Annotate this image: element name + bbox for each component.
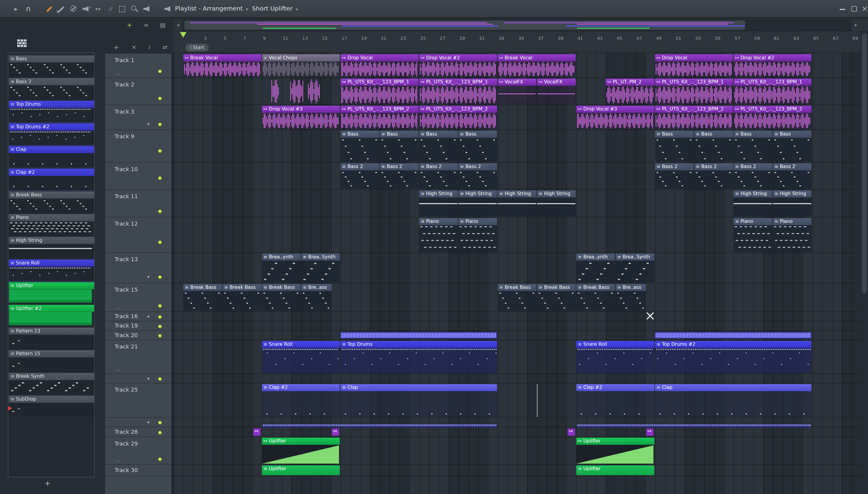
track-name[interactable]: Track 16 — [114, 313, 138, 319]
picker-item-high-string[interactable]: ≡High String — [9, 237, 94, 259]
mute-icon[interactable]: × — [81, 4, 91, 14]
clip-vocal-chops[interactable]: ×Vocal Chops — [262, 54, 340, 77]
track-header[interactable]: ▾ — [105, 418, 171, 427]
clip-drop-vocal[interactable]: ↦Drop Vocal — [340, 54, 418, 77]
breadcrumb-playlist[interactable]: Playlist - Arrangement — [175, 5, 243, 12]
track-led[interactable] — [158, 96, 162, 101]
track-name[interactable]: Track 30 — [114, 467, 138, 473]
collapse-arrow-icon[interactable]: ▾ — [147, 122, 149, 127]
picker-item-snare-roll[interactable]: ≡Snare Roll — [9, 259, 94, 281]
track-name[interactable]: Track 2 — [114, 81, 134, 87]
pattern-picker-icon[interactable] — [17, 39, 28, 48]
clip-strip[interactable] — [340, 332, 497, 339]
clip-strip[interactable] — [655, 332, 811, 339]
clip-chop[interactable] — [271, 79, 280, 104]
slip-icon[interactable]: // — [105, 4, 115, 14]
track-name[interactable]: Track 19 — [114, 323, 138, 329]
clip-vocalfx[interactable]: ↦VocalFX — [537, 79, 576, 104]
track-header-track-21[interactable]: Track 21... — [105, 340, 171, 374]
breadcrumb-arrangement[interactable]: Short Uplifter — [252, 5, 293, 12]
clip-break-vocal[interactable]: ↦Break Vocal — [498, 54, 575, 77]
track-led[interactable] — [158, 69, 162, 74]
clip-break-bass[interactable]: ≡Break Bass — [498, 284, 536, 311]
clip-drop-vocal-3[interactable]: ↦Drop Vocal #3 — [576, 106, 654, 129]
clip-high-string[interactable]: ≡High String — [773, 190, 811, 216]
track-name[interactable]: Track 9 — [114, 133, 134, 139]
clip-pl-uts-kit-123-bpm-2[interactable]: ↦PL_UTS_Kit_..._123_BPM_2 — [734, 106, 811, 129]
clip-pl-uts-kit-123-bpm-1[interactable]: ↦PL_UTS_Kit_..._123_BPM_1 — [734, 79, 811, 104]
clip-strip2[interactable] — [576, 424, 811, 428]
track-led[interactable] — [158, 240, 162, 245]
clip-mini[interactable]: ↦ — [568, 428, 576, 436]
clip-vocalfx[interactable]: ↦VocalFX — [498, 79, 536, 104]
picker-item-uplifter-2[interactable]: ≡Uplifter #2 — [9, 305, 94, 327]
picker-item-subdrop[interactable]: ≡SubDrop — [9, 396, 94, 417]
clip-bass[interactable]: ≡Bass — [380, 130, 418, 162]
track-led[interactable] — [158, 377, 162, 381]
track-led[interactable] — [158, 149, 162, 153]
picker-item-piano[interactable]: ≡Piano — [9, 214, 94, 236]
track-name[interactable]: Track 21 — [114, 344, 138, 350]
track-header-track-29[interactable]: Track 29... — [105, 437, 171, 465]
collapse-arrow-icon[interactable]: ▾ — [147, 376, 149, 381]
playhead-marker[interactable] — [180, 32, 187, 38]
clip-bass[interactable]: ≡Bass — [655, 130, 694, 162]
track-header-track-13[interactable]: Track 13▾ — [105, 253, 171, 283]
track-led[interactable] — [158, 324, 162, 328]
picker-item-break-bass[interactable]: ≡Break Bass — [9, 192, 94, 213]
track-name[interactable]: Track 29 — [114, 440, 138, 446]
clip-clap-2[interactable]: ≡Clap #2 — [576, 384, 654, 417]
track-name[interactable]: Track 10 — [114, 166, 138, 172]
track-name[interactable]: Track 3 — [114, 109, 134, 114]
track-name[interactable]: Track 20 — [114, 332, 138, 338]
track-led[interactable] — [158, 334, 162, 338]
clip-bass-2[interactable]: ≡Bass 2 — [419, 163, 458, 189]
track-header-track-1[interactable]: Track 1... — [105, 54, 171, 78]
clip-uplifter[interactable]: ≡Uplifter — [576, 466, 654, 475]
clip-break-bass[interactable]: ≡Break Bass — [537, 284, 576, 311]
picker-item-bass-2[interactable]: ≡Bass 2 — [9, 78, 94, 100]
clip-piano[interactable]: ≡Piano — [458, 218, 497, 252]
track-header-track-12[interactable]: Track 12 — [105, 217, 171, 253]
swap-tool-icon[interactable]: ⇄ — [161, 43, 169, 52]
clip-drop-vocal-2[interactable]: ↦Drop Vocal #2 — [734, 54, 811, 77]
timeline-ruler[interactable]: (Start 357911131517192123252729313335373… — [173, 32, 861, 53]
select-icon[interactable] — [117, 4, 127, 14]
clip-high-string[interactable]: ≡High String — [419, 190, 458, 216]
clip-strip2[interactable] — [262, 424, 497, 428]
clip-snare-roll[interactable]: ≡Snare Roll — [576, 341, 654, 373]
clip-drop-vocal-2[interactable]: ↦Drop Vocal #2 — [419, 54, 497, 77]
start-time-marker[interactable]: (Start — [185, 44, 208, 52]
clip-bre-ass[interactable]: ≡Bre..ass — [301, 284, 332, 311]
time-stretch-icon[interactable]: ↔ — [93, 4, 103, 14]
track-header-track-10[interactable]: Track 10 — [105, 163, 171, 190]
track-header-track-19[interactable]: Track 19 — [105, 321, 171, 331]
track-header-track-2[interactable]: Track 2 — [105, 78, 171, 105]
track-name[interactable]: Track 11 — [114, 193, 138, 199]
zoom-icon[interactable] — [130, 4, 140, 14]
clip-drop-vocal[interactable]: ↦Drop Vocal — [655, 54, 733, 77]
clip-bass-2[interactable]: ≡Bass 2 — [773, 163, 811, 189]
clip-bass[interactable]: ≡Bass — [340, 130, 379, 162]
clip-chop[interactable] — [307, 79, 320, 104]
clip-clap[interactable]: ≡Clap — [655, 384, 811, 417]
picker-item-bass[interactable]: ≡Bass — [9, 55, 94, 77]
clip-pl-uts-kit-123-bpm-1[interactable]: ↦PL_UTS_Kit_..._123_BPM_1 — [340, 79, 418, 104]
maximize-button[interactable] — [849, 0, 860, 18]
clip-bass-2[interactable]: ≡Bass 2 — [458, 163, 497, 189]
picker-item-top-drums[interactable]: ≡Top Drums — [9, 101, 94, 122]
clip-bass[interactable]: ≡Bass — [734, 130, 772, 162]
track-header-track-15[interactable]: Track 15... — [105, 283, 171, 312]
track-led[interactable] — [158, 176, 162, 180]
delete-icon[interactable] — [69, 4, 79, 14]
picker-item-clap-2[interactable]: ≡Clap #2 — [9, 169, 94, 191]
scroll-left-icon[interactable]: ◂ — [173, 19, 183, 31]
clip-uplifter[interactable]: ↦Uplifter — [576, 438, 654, 463]
collapse-arrow-icon[interactable]: ▾ — [147, 420, 149, 425]
track-led[interactable] — [158, 457, 162, 461]
clip-drop-vocal-3[interactable]: ↦Drop Vocal #3 — [262, 106, 340, 129]
clip-high-string[interactable]: ≡High String — [734, 190, 772, 216]
track-name[interactable]: Track 1 — [114, 57, 134, 63]
clip-top-drums-2[interactable]: ≡Top Drums #2 — [655, 341, 811, 373]
clip-bass-2[interactable]: ≡Bass 2 — [655, 163, 694, 189]
